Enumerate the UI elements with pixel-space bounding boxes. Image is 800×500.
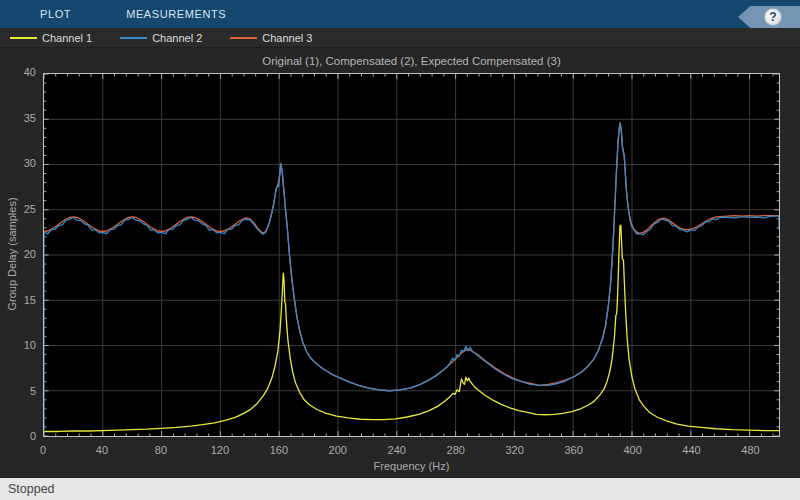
figure: Original (1), Compensated (2), Expected … (0, 48, 800, 478)
scope-window: PLOT MEASUREMENTS ? Channel 1 Channel 2 … (0, 0, 800, 500)
help-banner: ? (738, 6, 800, 28)
status-text: Stopped (8, 482, 55, 496)
x-tick-label: 440 (672, 444, 712, 456)
question-icon: ? (769, 10, 776, 24)
legend-item-channel3[interactable]: Channel 3 (230, 32, 330, 44)
x-tick-label: 0 (23, 444, 63, 456)
x-tick-label: 320 (495, 444, 535, 456)
plot-svg (44, 74, 779, 436)
help-button[interactable]: ? (764, 8, 782, 26)
x-tick-label: 480 (731, 444, 771, 456)
y-axis-label: Group Delay (samples) (6, 179, 18, 329)
x-axis-label: Frequency (Hz) (43, 460, 780, 472)
legend-item-channel2[interactable]: Channel 2 (120, 32, 220, 44)
channel1-line-swatch (10, 37, 37, 39)
y-tick-label: 10 (0, 339, 36, 351)
x-tick-label: 360 (554, 444, 594, 456)
toolbar: PLOT MEASUREMENTS ? (0, 0, 800, 28)
legend-label: Channel 2 (152, 32, 202, 44)
x-tick-label: 200 (318, 444, 358, 456)
y-tick-label: 0 (0, 430, 36, 442)
channel2-line-swatch (120, 37, 147, 39)
tab-measurements[interactable]: MEASUREMENTS (116, 0, 236, 28)
y-tick-label: 30 (0, 157, 36, 169)
plot-area[interactable] (43, 73, 780, 437)
y-tick-label: 40 (0, 66, 36, 78)
legend-label: Channel 1 (42, 32, 92, 44)
legend-item-channel1[interactable]: Channel 1 (10, 32, 110, 44)
channel3-line-swatch (230, 37, 257, 39)
x-tick-label: 40 (82, 444, 122, 456)
y-tick-label: 5 (0, 385, 36, 397)
legend-label: Channel 3 (262, 32, 312, 44)
x-tick-label: 160 (259, 444, 299, 456)
y-tick-label: 35 (0, 112, 36, 124)
tab-plot[interactable]: PLOT (30, 0, 81, 28)
x-tick-label: 280 (436, 444, 476, 456)
x-tick-label: 80 (141, 444, 181, 456)
x-tick-label: 400 (613, 444, 653, 456)
status-bar: Stopped (0, 478, 800, 500)
chart-title: Original (1), Compensated (2), Expected … (43, 55, 780, 67)
x-tick-label: 240 (377, 444, 417, 456)
legend: Channel 1 Channel 2 Channel 3 (0, 28, 800, 48)
x-tick-label: 120 (200, 444, 240, 456)
